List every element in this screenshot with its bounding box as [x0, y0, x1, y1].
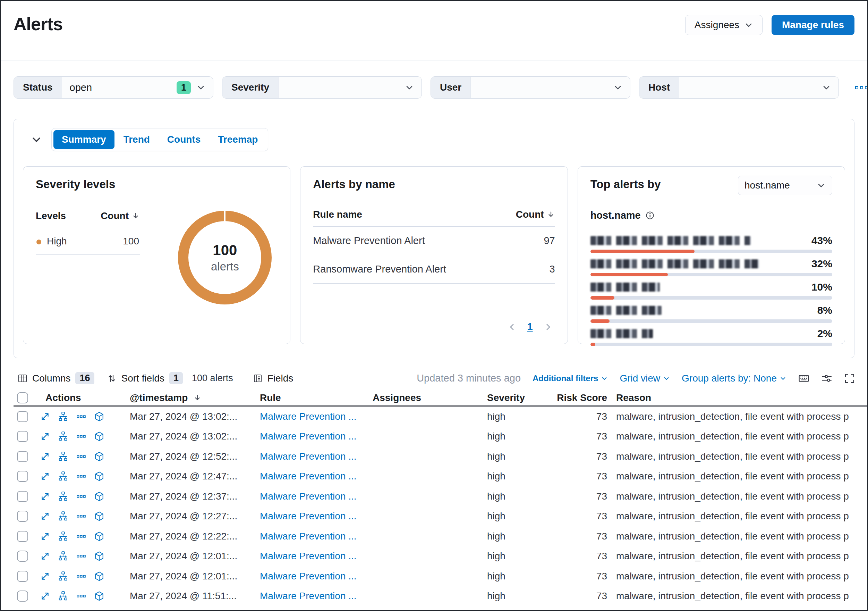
collapse-chevron-icon[interactable] [31, 134, 42, 145]
analyzer-graph-icon[interactable] [58, 531, 68, 541]
session-view-cube-icon[interactable] [94, 471, 104, 482]
severity-col-count[interactable]: Count [101, 210, 129, 221]
group-alerts-link[interactable]: Group alerts by: None [682, 373, 786, 384]
expand-alert-icon[interactable] [40, 411, 50, 422]
session-view-cube-icon[interactable] [94, 511, 104, 521]
analyzer-graph-icon[interactable] [58, 551, 68, 561]
fields-button[interactable]: Fields [253, 373, 293, 384]
session-view-cube-icon[interactable] [94, 411, 104, 422]
columns-button[interactable]: Columns 16 [18, 372, 95, 384]
top-alert-bar-track [591, 296, 832, 300]
display-options-icon[interactable] [821, 373, 832, 384]
more-actions-icon[interactable] [76, 451, 86, 462]
expand-alert-icon[interactable] [40, 551, 50, 561]
analyzer-graph-icon[interactable] [58, 571, 68, 581]
session-view-cube-icon[interactable] [94, 531, 104, 541]
row-checkbox[interactable] [17, 411, 28, 422]
rule-link[interactable]: Malware Prevention ... [260, 491, 373, 502]
session-view-cube-icon[interactable] [94, 491, 104, 502]
grid-view-link[interactable]: Grid view [620, 373, 670, 384]
row-checkbox[interactable] [17, 591, 28, 602]
manage-rules-button[interactable]: Manage rules [772, 15, 854, 35]
severity-filter[interactable]: Severity [222, 76, 422, 99]
expand-alert-icon[interactable] [40, 591, 50, 601]
expand-alert-icon[interactable] [40, 531, 50, 541]
session-view-cube-icon[interactable] [94, 591, 104, 601]
col-assignees[interactable]: Assignees [373, 392, 487, 403]
rule-link[interactable]: Malware Prevention ... [260, 471, 373, 482]
more-actions-icon[interactable] [76, 591, 86, 601]
expand-alert-icon[interactable] [40, 451, 50, 462]
more-filters-icon[interactable] [855, 86, 868, 89]
expand-alert-icon[interactable] [40, 511, 50, 521]
rule-link[interactable]: Malware Prevention ... [260, 591, 373, 602]
expand-alert-icon[interactable] [40, 431, 50, 442]
additional-filters-link[interactable]: Additional filters [533, 373, 608, 383]
more-actions-icon[interactable] [76, 411, 86, 422]
analyzer-graph-icon[interactable] [58, 591, 68, 601]
assignees-button[interactable]: Assignees [685, 15, 763, 35]
rule-link[interactable]: Malware Prevention ... [260, 571, 373, 582]
more-actions-icon[interactable] [76, 571, 86, 581]
tab-trend[interactable]: Trend [115, 130, 158, 149]
prev-page-icon[interactable] [507, 322, 517, 332]
rule-link[interactable]: Malware Prevention ... [260, 451, 373, 462]
top-alerts-field-select[interactable]: host.name [738, 176, 832, 195]
rule-link[interactable]: Malware Prevention ... [260, 531, 373, 542]
user-filter[interactable]: User [431, 76, 630, 99]
col-risk-score[interactable]: Risk Score [556, 392, 609, 403]
row-checkbox[interactable] [17, 451, 28, 462]
sort-fields-button[interactable]: Sort fields 1 [107, 372, 183, 384]
expand-alert-icon[interactable] [40, 471, 50, 482]
select-all-checkbox[interactable] [17, 392, 28, 403]
analyzer-graph-icon[interactable] [58, 471, 68, 482]
analyzer-graph-icon[interactable] [58, 431, 68, 442]
analyzer-graph-icon[interactable] [58, 511, 68, 521]
row-checkbox[interactable] [17, 531, 28, 542]
fullscreen-icon[interactable] [844, 373, 855, 384]
row-checkbox[interactable] [17, 571, 28, 582]
more-actions-icon[interactable] [76, 551, 86, 561]
col-reason[interactable]: Reason [609, 392, 867, 403]
analyzer-graph-icon[interactable] [58, 411, 68, 422]
manage-rules-label: Manage rules [782, 19, 844, 31]
reason-cell: malware, intrusion_detection, file event… [609, 511, 867, 522]
rule-link[interactable]: Malware Prevention ... [260, 411, 373, 422]
col-severity[interactable]: Severity [487, 392, 556, 403]
more-actions-icon[interactable] [76, 491, 86, 502]
row-checkbox[interactable] [17, 491, 28, 502]
session-view-cube-icon[interactable] [94, 451, 104, 462]
col-rule[interactable]: Rule [260, 392, 373, 403]
rule-link[interactable]: Malware Prevention ... [260, 431, 373, 442]
sort-count-badge: 1 [169, 372, 183, 384]
expand-alert-icon[interactable] [40, 571, 50, 581]
more-actions-icon[interactable] [76, 511, 86, 521]
status-filter[interactable]: Status open 1 [14, 76, 213, 99]
tab-treemap[interactable]: Treemap [209, 130, 266, 149]
rule-link[interactable]: Malware Prevention ... [260, 550, 373, 562]
tab-summary[interactable]: Summary [53, 130, 115, 149]
top-alert-bar-fill [591, 319, 610, 323]
col-timestamp[interactable]: @timestamp [130, 392, 260, 403]
next-page-icon[interactable] [543, 322, 553, 332]
analyzer-graph-icon[interactable] [58, 491, 68, 502]
session-view-cube-icon[interactable] [94, 571, 104, 581]
count-col[interactable]: Count [516, 209, 544, 220]
row-checkbox[interactable] [17, 511, 28, 522]
row-checkbox[interactable] [17, 550, 28, 562]
rule-link[interactable]: Malware Prevention ... [260, 511, 373, 522]
additional-filters-label: Additional filters [533, 373, 598, 383]
session-view-cube-icon[interactable] [94, 551, 104, 561]
page-number[interactable]: 1 [527, 321, 533, 333]
row-checkbox[interactable] [17, 431, 28, 442]
keyboard-shortcuts-icon[interactable] [798, 373, 809, 384]
host-filter[interactable]: Host [639, 76, 839, 99]
analyzer-graph-icon[interactable] [58, 451, 68, 462]
expand-alert-icon[interactable] [40, 491, 50, 502]
more-actions-icon[interactable] [76, 531, 86, 541]
tab-counts[interactable]: Counts [159, 130, 209, 149]
session-view-cube-icon[interactable] [94, 431, 104, 442]
more-actions-icon[interactable] [76, 431, 86, 442]
more-actions-icon[interactable] [76, 471, 86, 482]
row-checkbox[interactable] [17, 471, 28, 482]
